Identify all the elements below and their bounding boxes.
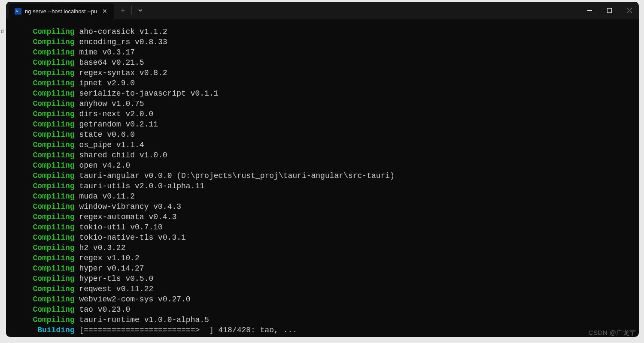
compiling-keyword: Compiling xyxy=(33,27,74,36)
compiling-keyword: Compiling xyxy=(33,264,74,273)
compile-line: Compiling dirs-next v2.0.0 xyxy=(19,109,639,119)
compiling-keyword: Compiling xyxy=(33,151,74,159)
compiling-keyword: Compiling xyxy=(33,192,74,201)
compile-line: Compiling hyper v0.14.27 xyxy=(19,263,639,274)
powershell-icon: >_ xyxy=(15,8,21,15)
compile-line: Compiling getrandom v0.2.11 xyxy=(19,119,639,129)
compile-line: Compiling anyhow v1.0.75 xyxy=(19,99,639,109)
compile-line: Compiling aho-corasick v1.1.2 xyxy=(19,27,639,37)
compile-line: Compiling window-vibrancy v0.4.3 xyxy=(19,202,639,212)
compiling-keyword: Compiling xyxy=(33,69,74,77)
compiling-keyword: Compiling xyxy=(33,120,74,129)
compile-line: Compiling regex-automata v0.4.3 xyxy=(19,212,639,222)
minimize-icon xyxy=(587,8,592,13)
close-icon xyxy=(627,8,632,13)
building-keyword: Building xyxy=(37,326,74,334)
chevron-down-icon xyxy=(138,8,143,13)
compile-line: Compiling tauri-runtime v1.0.0-alpha.5 xyxy=(19,315,639,325)
maximize-button[interactable] xyxy=(599,2,619,19)
compiling-keyword: Compiling xyxy=(33,89,74,98)
close-window-button[interactable] xyxy=(619,2,639,19)
compile-line: Compiling ipnet v2.9.0 xyxy=(19,78,639,88)
compiling-keyword: Compiling xyxy=(33,141,74,149)
svg-rect-1 xyxy=(607,8,611,12)
compile-line: Compiling base64 v0.21.5 xyxy=(19,57,639,68)
compile-line: Compiling state v0.6.0 xyxy=(19,129,639,140)
compile-line: Compiling tao v0.23.0 xyxy=(19,304,639,315)
compile-line: Compiling tokio-native-tls v0.3.1 xyxy=(19,232,639,243)
compiling-keyword: Compiling xyxy=(33,285,74,293)
compiling-keyword: Compiling xyxy=(33,274,74,283)
watermark: CSDN @广龙宇 xyxy=(589,329,636,337)
compiling-keyword: Compiling xyxy=(33,38,74,46)
compiling-keyword: Compiling xyxy=(33,202,74,211)
compiling-keyword: Compiling xyxy=(33,305,74,314)
new-tab-button[interactable]: + xyxy=(114,2,131,19)
compile-line: Compiling regex-syntax v0.8.2 xyxy=(19,68,639,78)
compiling-keyword: Compiling xyxy=(33,182,74,190)
compiling-keyword: Compiling xyxy=(33,213,74,221)
compiling-keyword: Compiling xyxy=(33,223,74,232)
bg-fragment: d xyxy=(1,28,4,34)
terminal-output[interactable]: Compiling aho-corasick v1.1.2 Compiling … xyxy=(6,19,639,337)
compiling-keyword: Compiling xyxy=(33,244,74,252)
compile-line: Compiling h2 v0.3.22 xyxy=(19,243,639,253)
compiling-keyword: Compiling xyxy=(33,233,74,242)
compiling-keyword: Compiling xyxy=(33,79,74,87)
maximize-icon xyxy=(607,8,612,13)
compiling-keyword: Compiling xyxy=(33,172,74,180)
compile-line: Compiling encoding_rs v0.8.33 xyxy=(19,37,639,47)
compile-line: Compiling tauri-utils v2.0.0-alpha.11 xyxy=(19,181,639,191)
tab-dropdown-button[interactable] xyxy=(132,2,149,19)
compile-line: Compiling mime v0.3.17 xyxy=(19,47,639,57)
close-tab-icon[interactable]: ✕ xyxy=(100,7,109,15)
compiling-keyword: Compiling xyxy=(33,58,74,67)
compiling-keyword: Compiling xyxy=(33,316,74,324)
titlebar: >_ ng serve --host localhost --pu ✕ + xyxy=(6,2,639,19)
compile-line: Compiling webview2-com-sys v0.27.0 xyxy=(19,294,639,304)
compile-line: Compiling open v4.2.0 xyxy=(19,160,639,171)
window-controls xyxy=(580,2,639,19)
compile-line: Compiling shared_child v1.0.0 xyxy=(19,150,639,160)
tab-active[interactable]: >_ ng serve --host localhost --pu ✕ xyxy=(9,3,114,19)
tab-title: ng serve --host localhost --pu xyxy=(25,8,97,15)
compiling-keyword: Compiling xyxy=(33,295,74,304)
compile-line: Compiling muda v0.11.2 xyxy=(19,191,639,202)
compiling-keyword: Compiling xyxy=(33,48,74,57)
building-line: Building [========================> ] 41… xyxy=(19,325,639,335)
minimize-button[interactable] xyxy=(580,2,599,19)
compile-line: Compiling regex v1.10.2 xyxy=(19,253,639,263)
terminal-window: >_ ng serve --host localhost --pu ✕ + xyxy=(6,2,639,337)
compile-line: Compiling os_pipe v1.1.4 xyxy=(19,140,639,150)
compile-line: Compiling serialize-to-javascript v0.1.1 xyxy=(19,88,639,99)
compiling-keyword: Compiling xyxy=(33,110,74,118)
compiling-keyword: Compiling xyxy=(33,99,74,108)
compiling-keyword: Compiling xyxy=(33,161,74,170)
compiling-keyword: Compiling xyxy=(33,254,74,262)
titlebar-spacer[interactable] xyxy=(149,2,580,19)
compile-line: Compiling tokio-util v0.7.10 xyxy=(19,222,639,232)
compile-line: Compiling reqwest v0.11.22 xyxy=(19,284,639,294)
compiling-keyword: Compiling xyxy=(33,130,74,139)
compile-line: Compiling hyper-tls v0.5.0 xyxy=(19,274,639,284)
compile-line: Compiling tauri-angular v0.0.0 (D:\proje… xyxy=(19,171,639,181)
